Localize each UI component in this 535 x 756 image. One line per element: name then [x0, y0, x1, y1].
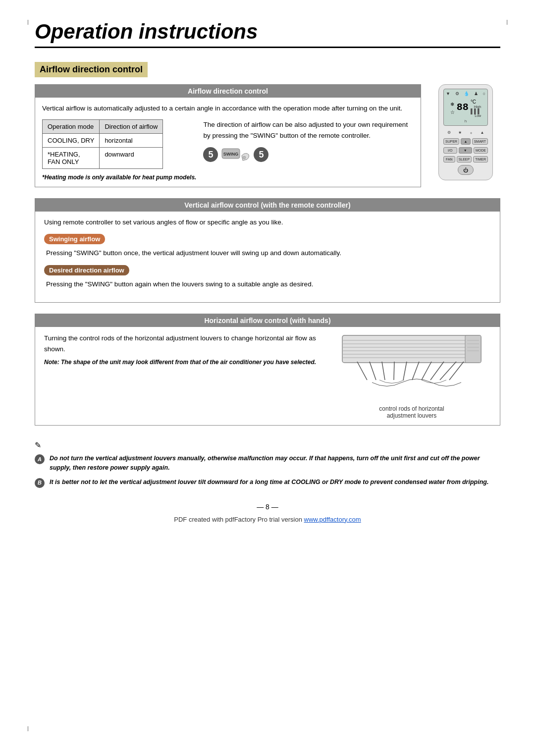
airflow-control-box: Airflow direction control Vertical airfl… — [35, 84, 421, 187]
icon-snowflake: ⚙ — [447, 130, 451, 136]
sleep-button[interactable]: SLEEP — [457, 156, 472, 162]
svg-rect-20 — [465, 335, 481, 363]
box-content: Vertical airflow is automatically adjust… — [35, 98, 421, 187]
direction-horizontal: horizontal — [100, 134, 163, 148]
remote-mid-buttons: I/O ▼ MODE — [443, 147, 488, 154]
box-body: Operation mode Direction of airflow COOL… — [42, 119, 414, 181]
desired-airflow-block: Desired direction airflow Pressing the "… — [44, 265, 491, 289]
box-header: Airflow direction control — [35, 85, 421, 98]
horizontal-text: Turning the control rods of the horizont… — [44, 333, 322, 354]
badge-5-second: 5 — [254, 147, 268, 162]
note-label-a: A — [35, 454, 45, 464]
svg-line-18 — [440, 362, 456, 380]
col2-header: Direction of airflow — [100, 120, 163, 134]
desired-airflow-badge: Desired direction airflow — [44, 265, 129, 275]
svg-line-11 — [370, 362, 376, 380]
page-number: — 8 — — [35, 503, 500, 511]
table-header-row: Operation mode Direction of airflow — [43, 120, 163, 134]
vertical-intro: Using remote controller to set various a… — [44, 217, 491, 227]
table-row: COOLING, DRY horizontal — [43, 134, 163, 148]
icon-person: ♟ — [474, 91, 478, 96]
svg-line-15 — [412, 362, 419, 380]
table-row: *HEATING,FAN ONLY downward — [43, 148, 163, 169]
remote-display-top-icons: ▼ ⚙ 💧 ♟ ○ — [446, 91, 485, 96]
swinging-airflow-text: Pressing "SWING" button once, the vertic… — [44, 248, 491, 258]
remote-snowflake: ❄ — [450, 102, 454, 107]
io-button[interactable]: I/O — [443, 147, 457, 154]
timer-button[interactable]: TIMER — [473, 156, 488, 162]
footer-link[interactable]: www.pdffactory.com — [304, 516, 361, 523]
swing-area: 5 SWING 5 — [203, 145, 414, 164]
remote-display-bottom: h — [446, 119, 485, 123]
mode-button[interactable]: MODE — [474, 147, 488, 154]
fan-button[interactable]: FAN — [443, 156, 455, 162]
remote-top-buttons: SUPER ▲ SMART — [443, 138, 488, 145]
remote-icons-row: ⚙ ★ ＋ ▲ — [443, 130, 488, 136]
note-item-b: B It is better not to let the vertical a… — [35, 478, 500, 488]
svg-point-2 — [243, 156, 246, 159]
direction-downward: downward — [100, 148, 163, 169]
top-section: Airflow direction control Vertical airfl… — [35, 84, 500, 187]
pencil-icon: ✎ — [35, 440, 500, 450]
horizontal-right: control rods of horizontal adjustment lo… — [332, 333, 491, 419]
page-title: Operation instructions — [35, 20, 500, 48]
horizontal-header: Horizontal airflow control (with hands) — [35, 314, 500, 327]
vertical-header: Vertical airflow control (with the remot… — [35, 199, 500, 212]
power-button[interactable]: ⏻ — [458, 165, 474, 175]
svg-rect-3 — [342, 335, 481, 363]
right-desc-text: The direction of airflow can be also adj… — [203, 119, 414, 141]
note-item-a: A Do not turn the vertical adjustment lo… — [35, 454, 500, 473]
super-button[interactable]: SUPER — [443, 138, 459, 145]
horizontal-airflow-section: Horizontal airflow control (with hands) … — [35, 314, 500, 426]
remote-temperature: 88 — [457, 102, 469, 113]
col1-header: Operation mode — [43, 120, 100, 134]
horizontal-content: Turning the control rods of the horizont… — [35, 327, 500, 425]
louver-caption: control rods of horizontal adjustment lo… — [379, 405, 444, 419]
svg-line-13 — [394, 362, 394, 380]
remote-area: ▼ ⚙ 💧 ♟ ○ ❄ ☆ 88 °C Hi — [431, 84, 500, 187]
svg-line-16 — [422, 362, 431, 380]
heating-note: *Heating mode is only available for heat… — [42, 174, 196, 181]
svg-line-14 — [403, 362, 407, 380]
remote-temp-unit: °C — [471, 99, 476, 105]
section1-header: Airflow direction control — [35, 62, 148, 77]
svg-line-12 — [382, 362, 385, 380]
swinging-airflow-block: Swinging airflow Pressing "SWING" button… — [44, 234, 491, 258]
icon-plus: ＋ — [469, 130, 473, 136]
desired-airflow-text: Pressing the "SWING" button again when t… — [44, 279, 491, 289]
down-arrow-button[interactable]: ▼ — [459, 147, 473, 154]
up-arrow-button[interactable]: ▲ — [461, 138, 471, 145]
svg-text:SWING: SWING — [223, 152, 239, 157]
horizontal-left: Turning the control rods of the horizont… — [44, 333, 322, 367]
high-label: High — [471, 105, 481, 108]
horizontal-note: Note: The shape of the unit may look dif… — [44, 358, 322, 367]
remote-star-outline: ☆ — [450, 109, 455, 115]
mode-heating: *HEATING,FAN ONLY — [43, 148, 100, 169]
operation-table: Operation mode Direction of airflow COOL… — [42, 119, 163, 169]
icon-up: ▲ — [481, 130, 484, 136]
bar-icon: ▌▌▌ — [471, 108, 481, 114]
svg-line-19 — [449, 362, 464, 380]
icon-circle: ○ — [483, 91, 485, 96]
icon-gear: ⚙ — [455, 91, 459, 96]
svg-line-10 — [357, 362, 367, 380]
note-label-b: B — [35, 478, 45, 488]
footer-text: PDF created with pdfFactory Pro trial ve… — [174, 516, 304, 523]
icon-wifi: ▼ — [446, 91, 450, 96]
note-text-a: Do not turn the vertical adjustment louv… — [50, 454, 500, 473]
mode-cooling: COOLING, DRY — [43, 134, 100, 148]
remote-lower-buttons: FAN SLEEP TIMER — [443, 156, 488, 162]
table-area: Operation mode Direction of airflow COOL… — [42, 119, 196, 181]
icon-star: ★ — [458, 130, 462, 136]
box-intro: Vertical airflow is automatically adjust… — [42, 104, 414, 113]
notes-section: ✎ A Do not turn the vertical adjustment … — [35, 435, 500, 498]
badge-5: 5 — [203, 147, 218, 162]
note-text-b: It is better not to let the vertical adj… — [50, 478, 488, 488]
swinging-airflow-badge: Swinging airflow — [44, 234, 105, 244]
remote-controller: ▼ ⚙ 💧 ♟ ○ ❄ ☆ 88 °C Hi — [438, 84, 493, 180]
remote-display-main: ❄ ☆ 88 °C High ▌▌▌ Low — [446, 97, 485, 117]
smart-button[interactable]: SMART — [472, 138, 488, 145]
vertical-content: Using remote controller to set various a… — [35, 212, 500, 302]
vertical-airflow-section: Vertical airflow control (with the remot… — [35, 198, 500, 303]
low-label: Low — [471, 114, 481, 117]
